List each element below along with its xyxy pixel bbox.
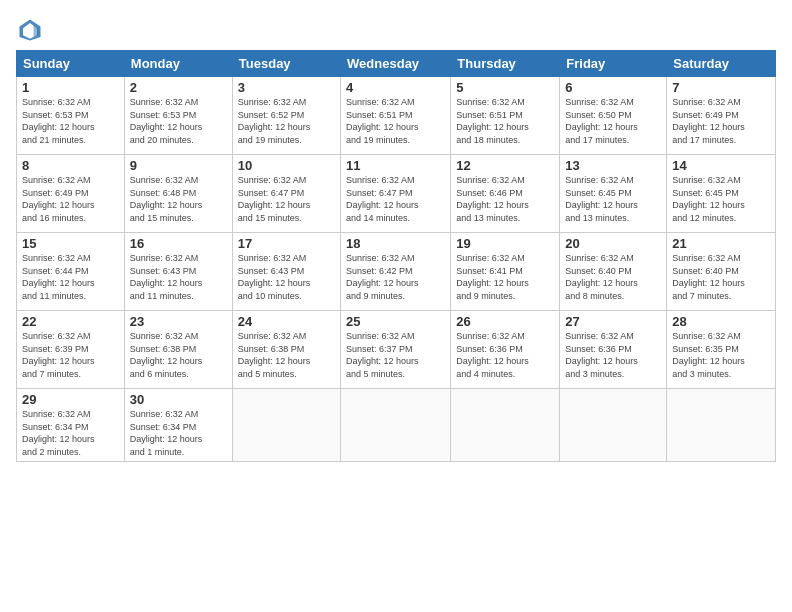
calendar-cell: 30Sunrise: 6:32 AM Sunset: 6:34 PM Dayli… (124, 389, 232, 462)
day-number: 21 (672, 236, 770, 251)
day-info: Sunrise: 6:32 AM Sunset: 6:40 PM Dayligh… (672, 252, 770, 302)
calendar-cell: 26Sunrise: 6:32 AM Sunset: 6:36 PM Dayli… (451, 311, 560, 389)
day-info: Sunrise: 6:32 AM Sunset: 6:36 PM Dayligh… (565, 330, 661, 380)
day-info: Sunrise: 6:32 AM Sunset: 6:43 PM Dayligh… (238, 252, 335, 302)
day-number: 17 (238, 236, 335, 251)
calendar-cell: 24Sunrise: 6:32 AM Sunset: 6:38 PM Dayli… (232, 311, 340, 389)
logo (16, 16, 48, 44)
day-info: Sunrise: 6:32 AM Sunset: 6:53 PM Dayligh… (130, 96, 227, 146)
day-number: 15 (22, 236, 119, 251)
calendar-cell: 25Sunrise: 6:32 AM Sunset: 6:37 PM Dayli… (341, 311, 451, 389)
day-info: Sunrise: 6:32 AM Sunset: 6:43 PM Dayligh… (130, 252, 227, 302)
day-number: 12 (456, 158, 554, 173)
day-number: 18 (346, 236, 445, 251)
day-info: Sunrise: 6:32 AM Sunset: 6:49 PM Dayligh… (22, 174, 119, 224)
day-number: 7 (672, 80, 770, 95)
main-container: SundayMondayTuesdayWednesdayThursdayFrid… (0, 0, 792, 470)
day-info: Sunrise: 6:32 AM Sunset: 6:44 PM Dayligh… (22, 252, 119, 302)
calendar-cell (451, 389, 560, 462)
day-number: 6 (565, 80, 661, 95)
day-number: 19 (456, 236, 554, 251)
day-info: Sunrise: 6:32 AM Sunset: 6:45 PM Dayligh… (565, 174, 661, 224)
calendar-cell: 11Sunrise: 6:32 AM Sunset: 6:47 PM Dayli… (341, 155, 451, 233)
day-header-thursday: Thursday (451, 51, 560, 77)
calendar-cell: 4Sunrise: 6:32 AM Sunset: 6:51 PM Daylig… (341, 77, 451, 155)
day-number: 13 (565, 158, 661, 173)
calendar-cell: 15Sunrise: 6:32 AM Sunset: 6:44 PM Dayli… (17, 233, 125, 311)
calendar-table: SundayMondayTuesdayWednesdayThursdayFrid… (16, 50, 776, 462)
day-info: Sunrise: 6:32 AM Sunset: 6:50 PM Dayligh… (565, 96, 661, 146)
calendar-cell: 17Sunrise: 6:32 AM Sunset: 6:43 PM Dayli… (232, 233, 340, 311)
calendar-cell: 28Sunrise: 6:32 AM Sunset: 6:35 PM Dayli… (667, 311, 776, 389)
calendar-week-1: 1Sunrise: 6:32 AM Sunset: 6:53 PM Daylig… (17, 77, 776, 155)
day-number: 3 (238, 80, 335, 95)
day-number: 26 (456, 314, 554, 329)
day-header-wednesday: Wednesday (341, 51, 451, 77)
day-number: 23 (130, 314, 227, 329)
day-info: Sunrise: 6:32 AM Sunset: 6:45 PM Dayligh… (672, 174, 770, 224)
calendar-cell: 19Sunrise: 6:32 AM Sunset: 6:41 PM Dayli… (451, 233, 560, 311)
day-header-sunday: Sunday (17, 51, 125, 77)
day-number: 28 (672, 314, 770, 329)
calendar-cell: 2Sunrise: 6:32 AM Sunset: 6:53 PM Daylig… (124, 77, 232, 155)
calendar-cell: 18Sunrise: 6:32 AM Sunset: 6:42 PM Dayli… (341, 233, 451, 311)
calendar-cell: 9Sunrise: 6:32 AM Sunset: 6:48 PM Daylig… (124, 155, 232, 233)
day-info: Sunrise: 6:32 AM Sunset: 6:46 PM Dayligh… (456, 174, 554, 224)
day-number: 4 (346, 80, 445, 95)
day-number: 16 (130, 236, 227, 251)
day-number: 29 (22, 392, 119, 407)
day-info: Sunrise: 6:32 AM Sunset: 6:47 PM Dayligh… (238, 174, 335, 224)
day-info: Sunrise: 6:32 AM Sunset: 6:39 PM Dayligh… (22, 330, 119, 380)
calendar-week-5: 29Sunrise: 6:32 AM Sunset: 6:34 PM Dayli… (17, 389, 776, 462)
day-info: Sunrise: 6:32 AM Sunset: 6:37 PM Dayligh… (346, 330, 445, 380)
day-number: 11 (346, 158, 445, 173)
day-info: Sunrise: 6:32 AM Sunset: 6:35 PM Dayligh… (672, 330, 770, 380)
day-info: Sunrise: 6:32 AM Sunset: 6:41 PM Dayligh… (456, 252, 554, 302)
day-number: 1 (22, 80, 119, 95)
calendar-cell: 14Sunrise: 6:32 AM Sunset: 6:45 PM Dayli… (667, 155, 776, 233)
day-header-friday: Friday (560, 51, 667, 77)
calendar-cell: 21Sunrise: 6:32 AM Sunset: 6:40 PM Dayli… (667, 233, 776, 311)
day-info: Sunrise: 6:32 AM Sunset: 6:53 PM Dayligh… (22, 96, 119, 146)
day-info: Sunrise: 6:32 AM Sunset: 6:34 PM Dayligh… (22, 408, 119, 458)
day-number: 30 (130, 392, 227, 407)
calendar-cell: 6Sunrise: 6:32 AM Sunset: 6:50 PM Daylig… (560, 77, 667, 155)
calendar-cell: 5Sunrise: 6:32 AM Sunset: 6:51 PM Daylig… (451, 77, 560, 155)
day-info: Sunrise: 6:32 AM Sunset: 6:51 PM Dayligh… (346, 96, 445, 146)
calendar-cell: 3Sunrise: 6:32 AM Sunset: 6:52 PM Daylig… (232, 77, 340, 155)
calendar-cell (232, 389, 340, 462)
day-info: Sunrise: 6:32 AM Sunset: 6:52 PM Dayligh… (238, 96, 335, 146)
calendar-cell: 20Sunrise: 6:32 AM Sunset: 6:40 PM Dayli… (560, 233, 667, 311)
day-number: 8 (22, 158, 119, 173)
calendar-header-row: SundayMondayTuesdayWednesdayThursdayFrid… (17, 51, 776, 77)
day-number: 27 (565, 314, 661, 329)
day-number: 9 (130, 158, 227, 173)
day-info: Sunrise: 6:32 AM Sunset: 6:38 PM Dayligh… (238, 330, 335, 380)
header-row (16, 16, 776, 44)
calendar-week-3: 15Sunrise: 6:32 AM Sunset: 6:44 PM Dayli… (17, 233, 776, 311)
day-number: 24 (238, 314, 335, 329)
day-info: Sunrise: 6:32 AM Sunset: 6:48 PM Dayligh… (130, 174, 227, 224)
calendar-week-4: 22Sunrise: 6:32 AM Sunset: 6:39 PM Dayli… (17, 311, 776, 389)
day-info: Sunrise: 6:32 AM Sunset: 6:36 PM Dayligh… (456, 330, 554, 380)
day-info: Sunrise: 6:32 AM Sunset: 6:42 PM Dayligh… (346, 252, 445, 302)
day-info: Sunrise: 6:32 AM Sunset: 6:49 PM Dayligh… (672, 96, 770, 146)
day-header-monday: Monday (124, 51, 232, 77)
logo-icon (16, 16, 44, 44)
day-info: Sunrise: 6:32 AM Sunset: 6:47 PM Dayligh… (346, 174, 445, 224)
day-number: 5 (456, 80, 554, 95)
day-info: Sunrise: 6:32 AM Sunset: 6:51 PM Dayligh… (456, 96, 554, 146)
calendar-cell: 10Sunrise: 6:32 AM Sunset: 6:47 PM Dayli… (232, 155, 340, 233)
day-number: 14 (672, 158, 770, 173)
day-number: 10 (238, 158, 335, 173)
day-number: 2 (130, 80, 227, 95)
calendar-cell: 8Sunrise: 6:32 AM Sunset: 6:49 PM Daylig… (17, 155, 125, 233)
calendar-cell: 16Sunrise: 6:32 AM Sunset: 6:43 PM Dayli… (124, 233, 232, 311)
calendar-cell: 27Sunrise: 6:32 AM Sunset: 6:36 PM Dayli… (560, 311, 667, 389)
calendar-cell (560, 389, 667, 462)
calendar-body: 1Sunrise: 6:32 AM Sunset: 6:53 PM Daylig… (17, 77, 776, 462)
calendar-cell: 22Sunrise: 6:32 AM Sunset: 6:39 PM Dayli… (17, 311, 125, 389)
calendar-cell: 1Sunrise: 6:32 AM Sunset: 6:53 PM Daylig… (17, 77, 125, 155)
calendar-week-2: 8Sunrise: 6:32 AM Sunset: 6:49 PM Daylig… (17, 155, 776, 233)
day-header-tuesday: Tuesday (232, 51, 340, 77)
